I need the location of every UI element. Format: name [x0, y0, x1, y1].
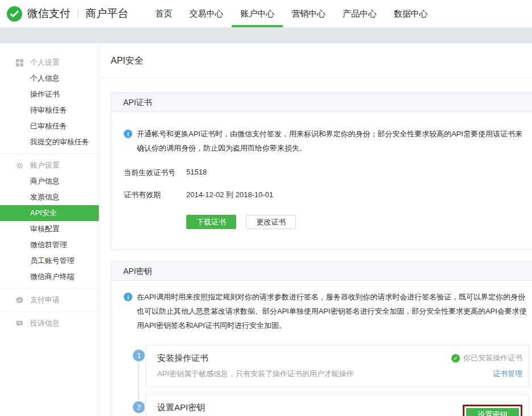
nav-account-center[interactable]: 账户中心	[232, 0, 283, 27]
info-icon: i	[124, 130, 132, 138]
api-key-info-note: i 在API调用时用来按照指定规则对你的请求参数进行签名，服务器收到你的请求时会…	[124, 290, 532, 332]
sidebar-section-personal: 个人设置 个人信息 操作证书 待审核任务 已审核任务 我提交的审核任务	[0, 43, 99, 154]
certificate-buttons: 下载证书 更改证书	[186, 212, 527, 249]
merchant-platform-window: 微信支付 | 商户平台 首页 交易中心 账户中心 营销中心 产品中心 数据中心	[0, 0, 532, 416]
nav-transaction-center[interactable]: 交易中心	[181, 0, 232, 27]
top-nav: 首页 交易中心 账户中心 营销中心 产品中心 数据中心	[146, 0, 436, 27]
nav-product-center[interactable]: 产品中心	[334, 0, 385, 27]
step-2-badge: 2	[133, 401, 145, 413]
download-certificate-button[interactable]: 下载证书	[186, 215, 236, 229]
step-set-api-key: 2 设置API密钥 API密钥属于敏感信息，请妥善保管不要泄露，如果怀疑信息泄露…	[124, 394, 532, 416]
brand-subtitle: 商户平台	[85, 6, 128, 21]
sidebar-item-reviewed-tasks[interactable]: 已审核任务	[0, 118, 99, 134]
speech-bubble-icon	[16, 320, 23, 327]
sidebar-item-invoice-info[interactable]: 发票信息	[0, 189, 99, 205]
api-key-panel-title: API密钥	[111, 262, 532, 281]
sidebar-item-wechat-group-mgmt[interactable]: 微信群管理	[0, 237, 99, 253]
api-key-info-text: 在API调用时用来按照指定规则对你的请求参数进行签名，服务器收到你的请求时会进行…	[137, 290, 529, 332]
step-2-card: 设置API密钥 API密钥属于敏感信息，请妥善保管不要泄露，如果怀疑信息泄露，请…	[145, 394, 529, 416]
sidebar-item-merchant-info[interactable]: 商户信息	[0, 173, 99, 189]
cert-number-label: 当前生效证书号	[124, 168, 186, 178]
api-certificate-panel: API证书 i 开通帐号和更换API证书时，由微信支付签发，用来标识和界定你的身…	[111, 93, 532, 250]
sidebar-header-label: 支付申请	[30, 295, 60, 305]
cert-installed-status-text: 你已安装操作证书	[463, 353, 522, 363]
sidebar-header-personal-settings[interactable]: 个人设置	[0, 55, 99, 70]
gear-icon	[16, 162, 23, 169]
api-key-panel: API密钥 i 在API调用时用来按照指定规则对你的请求参数进行签名，服务器收到…	[111, 261, 532, 416]
nav-data-center[interactable]: 数据中心	[385, 0, 436, 27]
main-content: API安全 API证书 i 开通帐号和更换API证书时，由微信支付签发，用来标识…	[99, 43, 532, 416]
step-install-cert: 1 安装操作证书 API密钥属于敏感信息，只有安装了操作证书的用户才能操作 ✓	[124, 345, 532, 387]
step-1-badge: 1	[133, 350, 145, 361]
sidebar-item-operation-cert[interactable]: 操作证书	[0, 86, 99, 102]
api-certificate-panel-title: API证书	[111, 93, 532, 112]
sidebar-item-wechat-merchant-terminal[interactable]: 微信商户终端	[0, 269, 99, 285]
cert-validity-label: 证书有效期	[124, 190, 186, 200]
brand-divider: |	[77, 8, 79, 19]
grid-icon	[16, 59, 23, 66]
top-bar: 微信支付 | 商户平台 首页 交易中心 账户中心 营销中心 产品中心 数据中心	[0, 0, 532, 27]
sidebar-section-complaint: 投诉信息	[0, 312, 99, 335]
cert-number-value: 51518	[186, 168, 207, 178]
set-api-key-button[interactable]: 设置密钥	[466, 408, 519, 416]
step-1-title: 安装操作证书	[157, 353, 354, 364]
cert-installed-status: ✓ 你已安装操作证书	[451, 353, 522, 363]
sidebar-item-pending-review-tasks[interactable]: 待审核任务	[0, 102, 99, 118]
info-icon: i	[124, 293, 132, 301]
sidebar: 个人设置 个人信息 操作证书 待审核任务 已审核任务 我提交的审核任务	[0, 43, 99, 416]
page-title: API安全	[99, 43, 532, 78]
sidebar-item-my-submitted-tasks[interactable]: 我提交的审核任务	[0, 134, 99, 150]
sidebar-item-staff-account-mgmt[interactable]: 员工账号管理	[0, 253, 99, 269]
certificate-info-note: i 开通帐号和更换API证书时，由微信支付签发，用来标识和界定你的身份；部分安全…	[124, 127, 527, 155]
certificate-info-text: 开通帐号和更换API证书时，由微信支付签发，用来标识和界定你的身份；部分安全性要…	[137, 127, 527, 155]
sidebar-header-label: 账户设置	[30, 160, 60, 170]
sidebar-item-api-security[interactable]: API安全	[0, 205, 99, 221]
step-2-title: 设置API密钥	[157, 402, 420, 413]
sidebar-section-account: 账户设置 商户信息 发票信息 API安全 审核配置 微信群管理 员工账号管理 微…	[0, 154, 99, 289]
api-key-steps: 1 安装操作证书 API密钥属于敏感信息，只有安装了操作证书的用户才能操作 ✓	[124, 345, 532, 416]
wechat-pay-logo-icon	[7, 6, 22, 22]
check-circle-icon: ✓	[451, 354, 460, 363]
cert-validity-value: 2014-12-02 到 2018-10-01	[186, 190, 273, 200]
step-1-card: 安装操作证书 API密钥属于敏感信息，只有安装了操作证书的用户才能操作 ✓ 你已…	[145, 345, 529, 387]
sidebar-item-personal-info[interactable]: 个人信息	[0, 70, 99, 86]
sidebar-header-label: 个人设置	[30, 57, 60, 68]
step-1-description: API密钥属于敏感信息，只有安装了操作证书的用户才能操作	[157, 369, 354, 379]
sidebar-header-account-settings[interactable]: 账户设置	[0, 157, 99, 173]
certificate-management-link[interactable]: 证书管理	[493, 369, 522, 379]
nav-home[interactable]: 首页	[146, 0, 181, 27]
sidebar-item-review-config[interactable]: 审核配置	[0, 221, 99, 237]
sidebar-header-complaint-info[interactable]: 投诉信息	[0, 315, 99, 331]
sidebar-header-label: 投诉信息	[30, 318, 60, 328]
cert-number-row: 当前生效证书号 51518	[124, 168, 527, 178]
brand-title: 微信支付	[27, 6, 70, 21]
sidebar-header-payment-application[interactable]: 支付申请	[0, 292, 99, 308]
chat-check-icon	[16, 297, 23, 304]
cert-validity-row: 证书有效期 2014-12-02 到 2018-10-01	[124, 190, 527, 200]
nav-marketing-center[interactable]: 营销中心	[283, 0, 334, 27]
sidebar-section-payment-application: 支付申请	[0, 289, 99, 312]
change-certificate-button[interactable]: 更改证书	[246, 215, 296, 229]
set-key-highlight-annotation: 设置密钥	[463, 405, 522, 416]
header-gray-band	[0, 27, 532, 43]
